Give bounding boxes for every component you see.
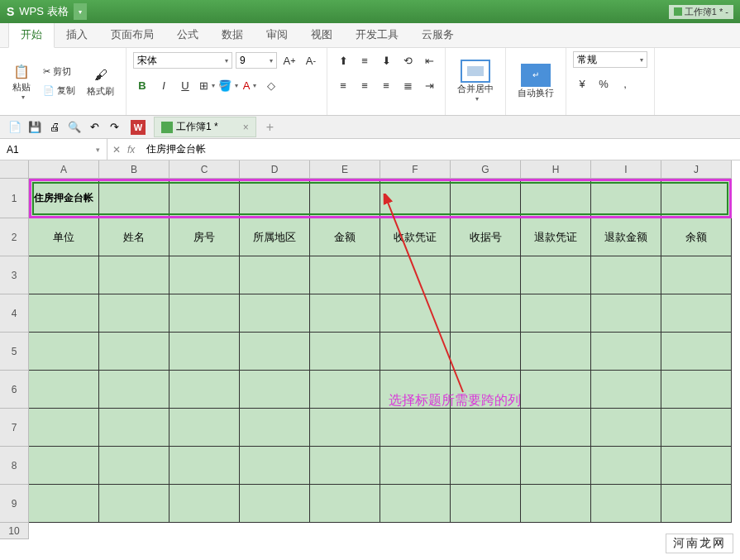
cell-header[interactable]: 余额 (661, 218, 732, 256)
cell[interactable] (521, 256, 591, 294)
cell[interactable] (380, 447, 451, 485)
row-header[interactable]: 8 (0, 447, 29, 485)
cell[interactable] (661, 371, 732, 409)
save-icon[interactable]: 💾 (27, 120, 42, 135)
cell[interactable] (99, 409, 169, 447)
col-header[interactable]: F (380, 160, 451, 179)
cell[interactable] (380, 256, 451, 294)
cell[interactable] (169, 409, 240, 447)
cell[interactable] (99, 179, 169, 218)
cell[interactable] (29, 485, 99, 523)
cell-header[interactable]: 收款凭证 (380, 218, 451, 256)
row-header[interactable]: 7 (0, 409, 29, 447)
indent-inc-button[interactable]: ⇥ (420, 76, 438, 94)
cell[interactable] (521, 485, 591, 523)
cell-header[interactable]: 退款金额 (591, 218, 661, 256)
merge-center-button[interactable]: 合并居中▾ (452, 51, 499, 111)
cell[interactable] (591, 485, 661, 523)
cell[interactable] (591, 409, 661, 447)
cell[interactable] (380, 179, 451, 218)
cell[interactable] (451, 409, 521, 447)
cell[interactable] (99, 333, 169, 371)
tab-formula[interactable]: 公式 (165, 22, 210, 47)
cell-header[interactable]: 收据号 (451, 218, 521, 256)
cell[interactable] (451, 485, 521, 523)
cell[interactable] (169, 447, 240, 485)
cell[interactable] (29, 371, 99, 409)
bold-button[interactable]: B (133, 76, 151, 94)
cell[interactable] (661, 179, 732, 218)
cell-a1[interactable]: 住房押金台帐 (29, 179, 99, 218)
increase-font-button[interactable]: A+ (280, 51, 298, 69)
cell-header[interactable]: 退款凭证 (521, 218, 591, 256)
cell[interactable] (591, 371, 661, 409)
cell[interactable] (591, 447, 661, 485)
border-button[interactable]: ⊞▾ (198, 76, 216, 94)
cell[interactable] (661, 294, 732, 333)
cell[interactable] (310, 409, 380, 447)
align-top-button[interactable]: ⬆ (334, 51, 352, 69)
row-header[interactable]: 10 (0, 523, 29, 539)
cell[interactable] (240, 179, 310, 218)
redo-icon[interactable]: ↷ (107, 120, 122, 135)
row-header[interactable]: 9 (0, 485, 29, 523)
cell[interactable] (310, 256, 380, 294)
tab-developer[interactable]: 开发工具 (344, 22, 410, 47)
cell[interactable] (310, 333, 380, 371)
cell[interactable] (591, 256, 661, 294)
row-header[interactable]: 1 (0, 179, 29, 218)
cell[interactable] (310, 447, 380, 485)
cell[interactable] (380, 409, 451, 447)
formula-input[interactable]: 住房押金台帐 (140, 139, 740, 160)
tab-cloud[interactable]: 云服务 (410, 22, 465, 47)
cell[interactable] (380, 371, 451, 409)
cut-button[interactable]: ✂剪切 (40, 64, 79, 79)
cell[interactable] (240, 409, 310, 447)
cell[interactable] (451, 294, 521, 333)
cell-header[interactable]: 房号 (169, 218, 240, 256)
cell[interactable] (29, 409, 99, 447)
justify-button[interactable]: ≣ (399, 76, 417, 94)
paste-button[interactable]: 📋 粘贴 ▾ (7, 51, 36, 111)
tab-page-layout[interactable]: 页面布局 (99, 22, 165, 47)
cell[interactable] (240, 371, 310, 409)
cell[interactable] (169, 179, 240, 218)
align-bottom-button[interactable]: ⬇ (377, 51, 395, 69)
wps-w-icon[interactable]: W (131, 120, 146, 135)
new-icon[interactable]: 📄 (7, 120, 22, 135)
cell[interactable] (29, 294, 99, 333)
cell[interactable] (591, 294, 661, 333)
row-header[interactable]: 6 (0, 371, 29, 409)
cell[interactable] (661, 333, 732, 371)
cell[interactable] (99, 447, 169, 485)
cell[interactable] (451, 179, 521, 218)
tab-review[interactable]: 审阅 (255, 22, 299, 47)
col-header[interactable]: E (310, 160, 380, 179)
row-header[interactable]: 3 (0, 256, 29, 294)
number-format-select[interactable]: 常规▾ (573, 51, 647, 68)
align-left-button[interactable]: ≡ (334, 76, 352, 94)
col-header[interactable]: I (591, 160, 661, 179)
cell-header[interactable]: 所属地区 (240, 218, 310, 256)
row-header[interactable]: 4 (0, 294, 29, 333)
cell-header[interactable]: 单位 (29, 218, 99, 256)
col-header[interactable]: B (99, 160, 169, 179)
cell[interactable] (29, 256, 99, 294)
col-header[interactable]: G (451, 160, 521, 179)
col-header[interactable]: J (661, 160, 732, 179)
cell[interactable] (29, 333, 99, 371)
cell[interactable] (240, 294, 310, 333)
font-name-select[interactable]: 宋体▾ (133, 52, 232, 69)
percent-button[interactable]: % (594, 74, 613, 93)
wrap-text-button[interactable]: ↵ 自动换行 (513, 51, 559, 111)
cell[interactable] (310, 371, 380, 409)
tab-start[interactable]: 开始 (8, 22, 55, 48)
col-header[interactable]: C (169, 160, 240, 179)
cell[interactable] (451, 256, 521, 294)
cell[interactable] (591, 333, 661, 371)
cell[interactable] (380, 294, 451, 333)
print-preview-icon[interactable]: 🔍 (67, 120, 82, 135)
font-size-select[interactable]: 9▾ (236, 52, 277, 69)
app-menu-dropdown[interactable]: ▾ (74, 3, 87, 20)
cell[interactable] (380, 485, 451, 523)
